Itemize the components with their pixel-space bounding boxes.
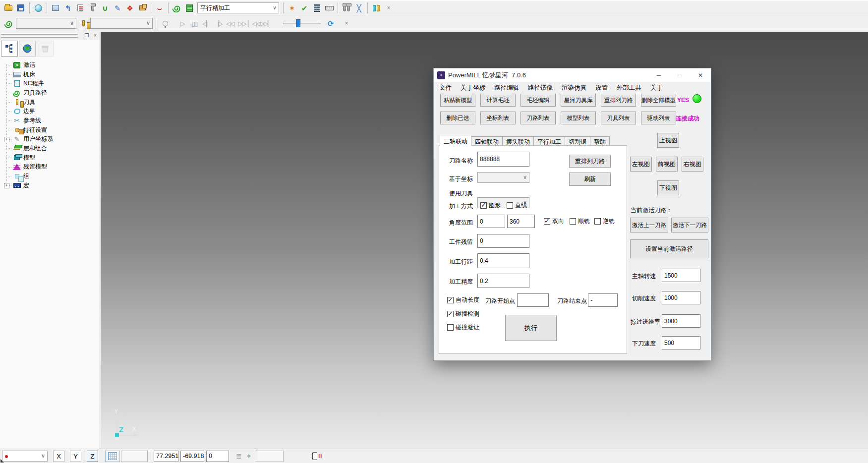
calculator-icon[interactable] — [311, 2, 323, 14]
block-icon[interactable] — [50, 2, 61, 14]
maximize-button[interactable]: □ — [669, 68, 690, 82]
axis-y-button[interactable]: Y — [70, 451, 81, 462]
tab-4axis[interactable]: 四轴联动 — [471, 136, 503, 146]
checkbox-icon[interactable] — [544, 218, 550, 225]
feature-icon[interactable] — [136, 2, 148, 14]
toolbox-icon[interactable]: ✶ — [286, 2, 298, 14]
calc-block-button[interactable]: 计算毛坯 — [480, 94, 516, 107]
rewind-button[interactable]: ◁◁ — [225, 18, 235, 29]
activate-next-button[interactable]: 激活下一刀路 — [671, 218, 708, 232]
step-forward-button[interactable]: ▕▷ — [213, 18, 224, 29]
refresh-button[interactable]: 刷新 — [569, 173, 611, 186]
execute-button[interactable]: 执行 — [505, 315, 557, 341]
menu-render-sim[interactable]: 渲染仿真 — [557, 82, 591, 94]
menu-coords[interactable]: 关于坐标 — [456, 82, 490, 94]
coord-x-field[interactable]: 77.2951 — [154, 451, 178, 462]
mirror-icon[interactable]: ╳ — [353, 2, 365, 14]
toolpath-spiral-icon[interactable] — [171, 2, 183, 14]
panel-grip[interactable] — [1, 33, 78, 35]
strategy-arrow-icon[interactable]: ↰ — [62, 2, 74, 14]
status-combo[interactable]: ∨ — [2, 451, 48, 462]
tree-item-macros[interactable]: + 宏 — [2, 181, 100, 190]
pause-button[interactable]: ▯▯ — [189, 18, 200, 29]
collision-check-icon[interactable]: ⌣ — [154, 2, 166, 14]
tool-library-button[interactable]: 星河刀具库 — [561, 94, 596, 107]
shade-icon[interactable] — [32, 2, 44, 14]
lightbulb-icon[interactable] — [159, 17, 171, 29]
toolpath-list-button[interactable]: 刀路列表 — [521, 112, 556, 124]
bidirectional-checkbox[interactable]: 双向 — [544, 217, 564, 226]
grid-button[interactable] — [105, 451, 120, 462]
checkbox-icon[interactable] — [570, 218, 576, 225]
checkbox-icon[interactable] — [507, 202, 513, 209]
close-toolbar-icon[interactable]: × — [383, 2, 395, 14]
tolerance-input[interactable] — [477, 274, 529, 288]
cutting-feed-input[interactable] — [662, 291, 700, 304]
tab-parallel[interactable]: 平行加工 — [533, 136, 565, 146]
menu-path-mirror[interactable]: 路径镜像 — [523, 82, 557, 94]
close-toolbar-icon[interactable]: × — [341, 17, 352, 29]
menu-file[interactable]: 文件 — [435, 82, 456, 94]
open-project-icon[interactable] — [2, 2, 14, 14]
tree-item-stock-models[interactable]: 残留模型 — [2, 163, 100, 172]
play-button[interactable]: ▷ — [177, 18, 188, 29]
speed-slider[interactable] — [283, 18, 321, 28]
plunge-feed-input[interactable] — [662, 336, 700, 349]
model-list-button[interactable]: 模型列表 — [561, 112, 596, 124]
rearrange-toolpaths-button[interactable]: 重排列刀路 — [601, 94, 636, 107]
step-back-button[interactable]: ◁▏ — [201, 18, 212, 29]
go-start-button[interactable]: ▏◁◁ — [248, 18, 259, 29]
tab-3axis[interactable]: 三轴联动 — [440, 135, 471, 146]
dialog-titlebar[interactable]: ✦ PowerMILL 忆梦星河 7.0.6 ─ □ ✕ — [434, 68, 711, 82]
end-point-input[interactable] — [588, 293, 618, 307]
tab-head[interactable]: 摆头联动 — [502, 136, 534, 146]
checkbox-icon[interactable] — [447, 297, 454, 303]
set-active-path-button[interactable]: 设置当前激活路径 — [630, 239, 708, 258]
coord-y-field[interactable]: -69.918 — [180, 451, 204, 462]
auto-length-checkbox[interactable]: 自动长度 — [447, 296, 479, 304]
axis-x-button[interactable]: X — [53, 451, 64, 462]
tab-help[interactable]: 帮助 — [590, 136, 610, 146]
view-bottom-button[interactable]: 下视图 — [657, 180, 679, 195]
view-front-button[interactable]: 前视图 — [656, 157, 678, 172]
strategy-list-icon[interactable] — [183, 2, 195, 14]
tree-item-levels[interactable]: 层和组合 — [2, 144, 100, 153]
strategy-dropdown[interactable]: 平行精加工 ∨ — [197, 2, 279, 13]
close-button[interactable]: ✕ — [690, 68, 711, 82]
coord-list-button[interactable]: 坐标列表 — [480, 112, 516, 124]
axis-z-button[interactable]: Z — [87, 451, 98, 462]
fast-forward-button[interactable]: ▷▷ — [236, 18, 247, 29]
panel-close-button[interactable]: × — [92, 32, 99, 39]
view-right-button[interactable]: 右视图 — [682, 157, 703, 172]
collision-check-checkbox[interactable]: 碰撞检测 — [447, 310, 479, 318]
expand-icon[interactable]: + — [4, 183, 9, 188]
toolpath-name-input[interactable] — [477, 152, 529, 167]
expand-icon[interactable]: + — [4, 137, 9, 142]
tree-item-models[interactable]: 模型 — [2, 153, 100, 163]
panel-header[interactable]: ❐ × — [0, 32, 100, 40]
mode-circle-checkbox[interactable]: 圆形 — [480, 201, 501, 210]
checkbox-icon[interactable] — [447, 311, 454, 317]
tree-item-boundaries[interactable]: 边界 — [2, 107, 100, 116]
tree-item-groups[interactable]: 组 — [2, 172, 100, 181]
menu-settings[interactable]: 设置 — [591, 82, 612, 94]
rearrange-button[interactable]: 重排列刀路 — [569, 155, 611, 168]
explorer-globe-tab[interactable] — [19, 41, 36, 57]
save-project-icon[interactable] — [15, 2, 27, 14]
boundary-icon[interactable]: ∪ — [99, 2, 111, 14]
stepover-input[interactable] — [477, 253, 529, 268]
panel-float-button[interactable]: ❐ — [83, 32, 90, 39]
tree-item-activate[interactable]: > 激活 — [2, 60, 100, 70]
checkbox-icon[interactable] — [480, 202, 487, 209]
clock-icon[interactable]: ⟳ — [325, 17, 337, 29]
pattern-icon[interactable]: ✎ — [112, 2, 123, 14]
checkbox-icon[interactable] — [594, 218, 601, 225]
tree-item-toolpaths[interactable]: 刀具路径 — [2, 88, 100, 98]
paste-new-model-button[interactable]: 粘贴新模型 — [440, 94, 475, 107]
checkbox-icon[interactable] — [447, 324, 454, 331]
panel-grip[interactable] — [1, 36, 78, 38]
start-point-input[interactable] — [517, 293, 549, 307]
tool-ball-icon[interactable] — [87, 2, 99, 14]
coord-z-field[interactable]: 0 — [206, 451, 229, 462]
menu-about[interactable]: 关于 — [646, 82, 667, 94]
